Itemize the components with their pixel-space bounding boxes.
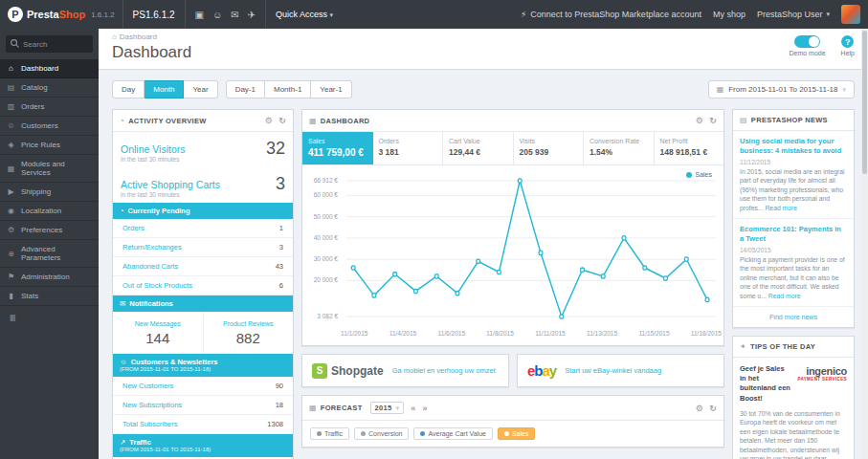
orders-notification-icon[interactable]: ▣ <box>195 10 204 20</box>
y-axis: 66 912 €60 000 €50 000 €40 000 €30 000 €… <box>302 173 343 326</box>
new-subscriptions-link[interactable]: New Subscriptions <box>122 401 182 409</box>
forecast-prev-icon[interactable]: « <box>411 404 415 413</box>
localization-icon: ◉ <box>7 207 15 215</box>
active-carts-link[interactable]: Active Shopping Carts <box>121 179 220 190</box>
shop-front-icon[interactable]: ✈ <box>248 10 256 20</box>
demo-mode-toggle[interactable] <box>794 35 820 48</box>
returns-link[interactable]: Return/Exchanges <box>122 243 182 251</box>
forecast-toggle-average-cart-value[interactable]: Average Cart Value <box>413 427 492 440</box>
sidebar-item-localization[interactable]: ◉Localization <box>0 202 99 221</box>
marketplace-link[interactable]: ⚡Connect to PrestaShop Marketplace accou… <box>521 10 701 19</box>
news-headline-link[interactable]: Ecommerce 101: Payments in a Tweet <box>740 225 847 244</box>
sidebar-item-shipping[interactable]: ▶Shipping <box>0 183 99 202</box>
activity-panel-title: ACTIVITY OVERVIEW <box>128 117 207 125</box>
ingenico-logo: ingenico PAYMENT SERVICES <box>797 364 847 404</box>
gear-icon[interactable]: ⚙ <box>265 116 273 125</box>
range-button-month[interactable]: Month <box>145 80 184 98</box>
my-shop-link[interactable]: My shop <box>713 10 746 19</box>
tips-icon: ✦ <box>740 342 746 351</box>
kpi-orders[interactable]: Orders3 181 <box>373 132 444 164</box>
forecast-toggle-traffic[interactable]: Traffic <box>310 427 349 440</box>
new-messages-cell[interactable]: New Messages144 <box>113 312 203 353</box>
help-icon[interactable]: ? <box>841 35 854 48</box>
main-content: ⌂Dashboard Dashboard Demo mode ? Help Da… <box>99 29 868 459</box>
sidebar-item-orders[interactable]: ▥Orders <box>0 98 99 117</box>
range-button-year-1[interactable]: Year-1 <box>311 80 351 98</box>
sidebar-collapse-button[interactable]: ‖‖ <box>0 306 99 331</box>
customers-notification-icon[interactable]: ☺ <box>212 10 222 20</box>
read-more-link[interactable]: Read more <box>768 293 801 299</box>
sidebar-item-price-rules[interactable]: ◈Price Rules <box>0 136 99 155</box>
chart-legend[interactable]: Sales <box>686 171 712 178</box>
ebay-module-banner: ebay Start uw eBay-winkel vandaag <box>517 354 724 387</box>
online-visitors-value: 32 <box>266 139 285 159</box>
scrollbar-thumb[interactable] <box>862 31 867 174</box>
range-button-year[interactable]: Year <box>184 80 217 98</box>
product-reviews-cell[interactable]: Product Reviews882 <box>203 312 294 353</box>
sidebar-item-preferences[interactable]: ⚙Preferences <box>0 221 99 240</box>
x-axis: 11/1/201511/4/201511/6/201511/8/201511/1… <box>302 326 723 345</box>
y-axis-label: 3 082 € <box>317 313 338 319</box>
activity-overview-panel: ◔ ACTIVITY OVERVIEW ⚙↻ Online Visitors32… <box>112 109 294 459</box>
shopgate-link[interactable]: Ga mobiel en verhoog uw omzet <box>392 366 496 375</box>
out-of-stock-link[interactable]: Out of Stock Products <box>122 281 192 290</box>
prestashop-logo-icon: P <box>8 7 23 22</box>
customers-row: Total Subscribers1308 <box>113 415 293 434</box>
x-axis-label: 11/18/2015 <box>691 330 722 337</box>
orders-link[interactable]: Orders <box>122 224 145 232</box>
sidebar-item-administration[interactable]: ⚑Administration <box>0 268 99 287</box>
new-customers-link[interactable]: New Customers <box>122 382 173 390</box>
kpi-cart-value[interactable]: Cart Value129,44 € <box>443 132 514 164</box>
tips-of-the-day-panel: ✦ TIPS OF THE DAY Geef je Sales in het b… <box>732 336 855 459</box>
sidebar-item-advanced-parameters[interactable]: ⊕Advanced Parameters <box>0 240 99 268</box>
forecast-panel-title: FORECAST <box>321 404 363 412</box>
read-more-link[interactable]: Read more <box>765 205 797 211</box>
kpi-conversion-rate[interactable]: Conversion Rate1.54% <box>584 132 655 164</box>
news-item: Using social media for your business: 4 … <box>733 131 854 219</box>
vertical-scrollbar[interactable] <box>861 29 868 459</box>
total-subscribers-link[interactable]: Total Subscribers <box>122 420 178 428</box>
online-visitors-link[interactable]: Online Visitors <box>121 143 186 155</box>
avatar[interactable] <box>841 5 860 24</box>
y-axis-label: 50 000 € <box>314 213 338 220</box>
sidebar-item-stats[interactable]: ▮Stats <box>0 287 99 306</box>
kpi-sales[interactable]: Sales411 759,00 € <box>302 132 373 164</box>
messages-notification-icon[interactable]: ✉ <box>231 10 238 20</box>
quick-access-menu[interactable]: Quick Access ▾ <box>266 10 343 19</box>
forecast-year-select[interactable]: 2015▾ <box>370 402 405 414</box>
forecast-toggle-conversion[interactable]: Conversion <box>354 427 409 440</box>
sidebar-item-catalog[interactable]: ▤Catalog <box>0 78 99 98</box>
shop-name-link[interactable]: PS1.6.1.2 <box>123 10 185 20</box>
range-button-day-1[interactable]: Day-1 <box>226 80 265 98</box>
abandoned-carts-link[interactable]: Abandoned Carts <box>122 262 178 271</box>
tips-body: 30 tot 70% van de consumenten in Europa … <box>733 407 854 459</box>
prestashop-news-panel: ▤ PRESTASHOP NEWS Using social media for… <box>732 109 855 328</box>
range-button-day[interactable]: Day <box>112 80 145 98</box>
find-more-news-link[interactable]: Find more news <box>733 307 854 327</box>
user-menu[interactable]: PrestaShop User ▾ <box>757 10 830 19</box>
help-label: Help <box>841 50 855 56</box>
sidebar-item-dashboard[interactable]: ⌂Dashboard <box>0 59 99 78</box>
prestashop-logo[interactable]: P PrestaShop 1.6.1.2 <box>0 7 122 22</box>
sidebar-item-customers[interactable]: ☺Customers <box>0 117 99 136</box>
gear-icon[interactable]: ⚙ <box>696 404 703 413</box>
forecast-toggle-sales[interactable]: Sales <box>498 427 536 440</box>
kpi-visits[interactable]: Visits205 939 <box>514 132 585 164</box>
refresh-icon[interactable]: ↻ <box>709 116 717 125</box>
x-axis-label: 11/13/2015 <box>587 330 617 337</box>
chevron-down-icon: ▾ <box>826 11 830 18</box>
refresh-icon[interactable]: ↻ <box>709 404 717 413</box>
forecast-next-icon[interactable]: » <box>423 404 428 413</box>
date-range-picker[interactable]: ▦ From 2015-11-01 To 2015-11-18 ▾ <box>708 80 855 98</box>
ebay-link[interactable]: Start uw eBay-winkel vandaag <box>565 366 661 375</box>
legend-dot-icon <box>361 431 366 436</box>
search-icon <box>10 38 20 49</box>
refresh-icon[interactable]: ↻ <box>278 116 286 125</box>
gear-icon[interactable]: ⚙ <box>696 116 703 125</box>
range-button-month-1[interactable]: Month-1 <box>265 80 311 98</box>
shopgate-bag-icon: S <box>312 363 327 379</box>
kpi-net-profit[interactable]: Net Profit148 918,51 € <box>655 132 724 164</box>
news-item: Ecommerce 101: Payments in a Tweet 14/05… <box>733 219 854 307</box>
sidebar-item-modules[interactable]: ▦Modules and Services <box>0 155 99 183</box>
news-headline-link[interactable]: Using social media for your business: 4 … <box>740 137 847 156</box>
